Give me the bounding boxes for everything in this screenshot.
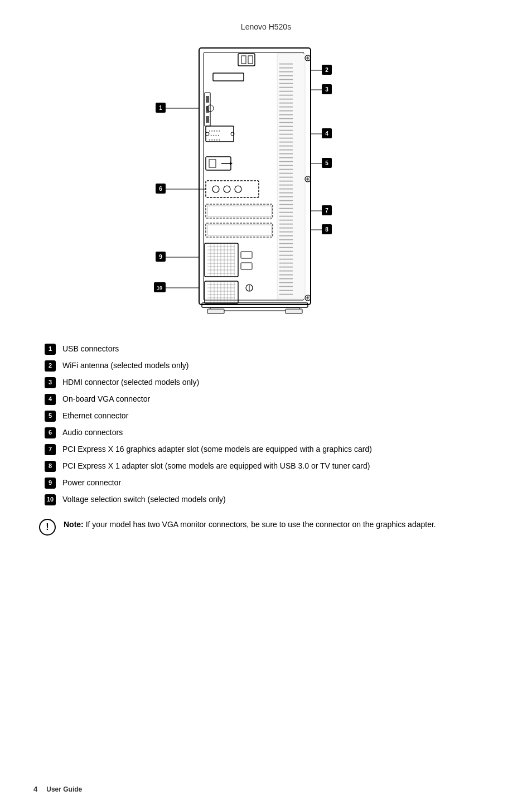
svg-text:1: 1 (159, 105, 162, 111)
svg-text:▪▪▪▪▪▪▪▪▪▪▪▪▪▪▪▪▪: ▪▪▪▪▪▪▪▪▪▪▪▪▪▪▪▪▪ (279, 156, 293, 159)
svg-text:▪▪▪▪▪▪▪▪▪▪▪▪▪▪▪▪▪: ▪▪▪▪▪▪▪▪▪▪▪▪▪▪▪▪▪ (279, 258, 293, 261)
svg-rect-79 (206, 96, 209, 103)
legend-text-7: PCI Express X 16 graphics adapter slot (… (62, 444, 372, 455)
svg-text:6: 6 (159, 186, 162, 192)
svg-text:▪▪▪▪▪▪▪▪▪▪▪▪▪▪▪▪▪: ▪▪▪▪▪▪▪▪▪▪▪▪▪▪▪▪▪ (279, 199, 293, 202)
legend-text-9: Power connector (62, 478, 121, 489)
legend-badge-4: 4 (45, 394, 56, 405)
svg-text:▪▪▪▪▪▪▪▪▪▪▪▪▪▪▪▪▪: ▪▪▪▪▪▪▪▪▪▪▪▪▪▪▪▪▪ (279, 246, 293, 249)
svg-text:▪▪▪▪▪▪▪▪▪▪▪▪▪▪▪▪▪: ▪▪▪▪▪▪▪▪▪▪▪▪▪▪▪▪▪ (279, 94, 293, 97)
svg-text:4: 4 (325, 131, 328, 137)
svg-rect-168 (286, 309, 302, 314)
svg-text:▪▪▪▪▪▪▪▪▪▪▪▪▪▪▪▪▪: ▪▪▪▪▪▪▪▪▪▪▪▪▪▪▪▪▪ (279, 180, 293, 182)
svg-text:● ● ● ● ●: ● ● ● ● ● (209, 129, 220, 132)
svg-rect-86 (213, 73, 244, 81)
svg-text:▪▪▪▪▪▪▪▪▪▪▪▪▪▪▪▪▪: ▪▪▪▪▪▪▪▪▪▪▪▪▪▪▪▪▪ (279, 187, 293, 190)
note-prefix: Note: (64, 520, 84, 529)
svg-text:▪▪▪▪▪▪▪▪▪▪▪▪▪▪▪▪▪: ▪▪▪▪▪▪▪▪▪▪▪▪▪▪▪▪▪ (279, 277, 293, 280)
svg-text:▪▪▪▪▪▪▪▪▪▪▪▪▪▪▪▪▪: ▪▪▪▪▪▪▪▪▪▪▪▪▪▪▪▪▪ (279, 293, 293, 296)
svg-text:2: 2 (325, 67, 328, 73)
legend-text-3: HDMI connector (selected models only) (62, 377, 199, 388)
legend-badge-10: 10 (45, 494, 56, 505)
svg-rect-106 (206, 181, 259, 197)
svg-text:▪▪▪▪▪▪▪▪▪▪▪▪▪▪▪▪▪: ▪▪▪▪▪▪▪▪▪▪▪▪▪▪▪▪▪ (279, 184, 293, 186)
svg-text:▪▪▪▪▪▪▪▪▪▪▪▪▪▪▪▪▪: ▪▪▪▪▪▪▪▪▪▪▪▪▪▪▪▪▪ (279, 148, 293, 151)
svg-point-107 (212, 186, 219, 192)
svg-text:▪▪▪▪▪▪▪▪▪▪▪▪▪▪▪▪▪: ▪▪▪▪▪▪▪▪▪▪▪▪▪▪▪▪▪ (279, 289, 293, 292)
svg-text:▪▪▪▪▪▪▪▪▪▪▪▪▪▪▪▪▪: ▪▪▪▪▪▪▪▪▪▪▪▪▪▪▪▪▪ (279, 121, 293, 124)
svg-text:▪▪▪▪▪▪▪▪▪▪▪▪▪▪▪▪▪: ▪▪▪▪▪▪▪▪▪▪▪▪▪▪▪▪▪ (279, 102, 293, 104)
svg-text:▪▪▪▪▪▪▪▪▪▪▪▪▪▪▪▪▪: ▪▪▪▪▪▪▪▪▪▪▪▪▪▪▪▪▪ (279, 82, 293, 85)
svg-text:▪▪▪▪▪▪▪▪▪▪▪▪▪▪▪▪▪: ▪▪▪▪▪▪▪▪▪▪▪▪▪▪▪▪▪ (279, 242, 293, 245)
svg-text:▪▪▪▪▪▪▪▪▪▪▪▪▪▪▪▪▪: ▪▪▪▪▪▪▪▪▪▪▪▪▪▪▪▪▪ (279, 273, 293, 276)
page: Lenovo H520s ▪▪▪▪▪▪▪▪▪▪▪▪▪▪▪▪▪ ▪▪▪▪▪▪▪▪▪… (0, 0, 532, 810)
legend-badge-1: 1 (45, 344, 56, 355)
svg-text:9: 9 (159, 254, 162, 260)
svg-text:▪▪▪▪▪▪▪▪▪▪▪▪▪▪▪▪▪: ▪▪▪▪▪▪▪▪▪▪▪▪▪▪▪▪▪ (279, 164, 293, 167)
svg-rect-100 (209, 160, 216, 167)
legend-item-2: 2WiFi antenna (selected models only) (45, 360, 499, 372)
svg-text:▪▪▪▪▪▪▪▪▪▪▪▪▪▪▪▪▪: ▪▪▪▪▪▪▪▪▪▪▪▪▪▪▪▪▪ (279, 129, 293, 132)
svg-text:▪▪▪▪▪▪▪▪▪▪▪▪▪▪▪▪▪: ▪▪▪▪▪▪▪▪▪▪▪▪▪▪▪▪▪ (279, 74, 293, 77)
svg-text:▪▪▪▪▪▪▪▪▪▪▪▪▪▪▪▪▪: ▪▪▪▪▪▪▪▪▪▪▪▪▪▪▪▪▪ (279, 207, 293, 210)
svg-rect-74 (248, 56, 253, 64)
svg-text:3: 3 (325, 86, 328, 93)
legend-badge-5: 5 (45, 411, 56, 422)
computer-diagram: ▪▪▪▪▪▪▪▪▪▪▪▪▪▪▪▪▪ ▪▪▪▪▪▪▪▪▪▪▪▪▪▪▪▪▪ ▪▪▪▪… (99, 37, 433, 327)
svg-text:7: 7 (325, 208, 328, 214)
svg-text:▪▪▪▪▪▪▪▪▪▪▪▪▪▪▪▪▪: ▪▪▪▪▪▪▪▪▪▪▪▪▪▪▪▪▪ (279, 98, 293, 100)
svg-text:▪▪▪▪▪▪▪▪▪▪▪▪▪▪▪▪▪: ▪▪▪▪▪▪▪▪▪▪▪▪▪▪▪▪▪ (279, 117, 293, 120)
legend-item-9: 9Power connector (45, 478, 499, 489)
svg-text:▪▪▪▪▪▪▪▪▪▪▪▪▪▪▪▪▪: ▪▪▪▪▪▪▪▪▪▪▪▪▪▪▪▪▪ (279, 66, 293, 69)
legend-text-2: WiFi antenna (selected models only) (62, 360, 188, 372)
svg-text:▪▪▪▪▪▪▪▪▪▪▪▪▪▪▪▪▪: ▪▪▪▪▪▪▪▪▪▪▪▪▪▪▪▪▪ (279, 203, 293, 206)
svg-text:▪▪▪▪▪▪▪▪▪▪▪▪▪▪▪▪▪: ▪▪▪▪▪▪▪▪▪▪▪▪▪▪▪▪▪ (279, 105, 293, 108)
svg-text:▪▪▪▪▪▪▪▪▪▪▪▪▪▪▪▪▪: ▪▪▪▪▪▪▪▪▪▪▪▪▪▪▪▪▪ (279, 133, 293, 136)
svg-text:▪▪▪▪▪▪▪▪▪▪▪▪▪▪▪▪▪: ▪▪▪▪▪▪▪▪▪▪▪▪▪▪▪▪▪ (279, 90, 293, 93)
svg-text:▪▪▪▪▪▪▪▪▪▪▪▪▪▪▪▪▪: ▪▪▪▪▪▪▪▪▪▪▪▪▪▪▪▪▪ (279, 262, 293, 264)
svg-point-109 (235, 186, 241, 192)
legend-badge-9: 9 (45, 478, 56, 489)
svg-text:● ● ● ● ●: ● ● ● ● ● (209, 138, 220, 141)
svg-text:▪▪▪▪▪▪▪▪▪▪▪▪▪▪▪▪▪: ▪▪▪▪▪▪▪▪▪▪▪▪▪▪▪▪▪ (279, 86, 293, 89)
svg-text:▪▪▪▪▪▪▪▪▪▪▪▪▪▪▪▪▪: ▪▪▪▪▪▪▪▪▪▪▪▪▪▪▪▪▪ (279, 223, 293, 225)
page-number: 4 (33, 785, 37, 793)
svg-rect-81 (206, 116, 209, 123)
svg-text:▪▪▪▪▪▪▪▪▪▪▪▪▪▪▪▪▪: ▪▪▪▪▪▪▪▪▪▪▪▪▪▪▪▪▪ (279, 78, 293, 81)
legend-item-8: 8PCI Express X 1 adapter slot (some mode… (45, 461, 499, 472)
legend-item-10: 10Voltage selection switch (selected mod… (45, 494, 499, 505)
svg-text:▪▪▪▪▪▪▪▪▪▪▪▪▪▪▪▪▪: ▪▪▪▪▪▪▪▪▪▪▪▪▪▪▪▪▪ (279, 281, 293, 284)
svg-text:▪▪▪▪▪▪▪▪▪▪▪▪▪▪▪▪▪: ▪▪▪▪▪▪▪▪▪▪▪▪▪▪▪▪▪ (279, 250, 293, 253)
diagram-area: ▪▪▪▪▪▪▪▪▪▪▪▪▪▪▪▪▪ ▪▪▪▪▪▪▪▪▪▪▪▪▪▪▪▪▪ ▪▪▪▪… (99, 37, 433, 327)
legend-list: 1USB connectors2WiFi antenna (selected m… (33, 344, 499, 505)
legend-text-1: USB connectors (62, 344, 119, 355)
svg-text:▪▪▪▪▪▪▪▪▪▪▪▪▪▪▪▪▪: ▪▪▪▪▪▪▪▪▪▪▪▪▪▪▪▪▪ (279, 215, 293, 218)
legend-text-5: Ethernet connector (62, 411, 128, 422)
svg-point-108 (224, 186, 230, 192)
svg-text:▪▪▪▪▪▪▪▪▪▪▪▪▪▪▪▪▪: ▪▪▪▪▪▪▪▪▪▪▪▪▪▪▪▪▪ (279, 160, 293, 163)
legend-item-6: 6Audio connectors (45, 427, 499, 438)
svg-point-94 (206, 132, 209, 136)
legend-item-5: 5Ethernet connector (45, 411, 499, 422)
svg-rect-119 (207, 225, 272, 235)
note-section: Note: If your model has two VGA monitor … (33, 519, 499, 536)
legend-item-7: 7PCI Express X 16 graphics adapter slot … (45, 444, 499, 455)
diagram-title: Lenovo H520s (33, 22, 499, 31)
svg-text:● ● ● ●: ● ● ● ● (210, 133, 219, 137)
svg-text:▪▪▪▪▪▪▪▪▪▪▪▪▪▪▪▪▪: ▪▪▪▪▪▪▪▪▪▪▪▪▪▪▪▪▪ (279, 113, 293, 116)
svg-text:▪▪▪▪▪▪▪▪▪▪▪▪▪▪▪▪▪: ▪▪▪▪▪▪▪▪▪▪▪▪▪▪▪▪▪ (279, 230, 293, 233)
svg-rect-114 (207, 206, 272, 216)
svg-text:▪▪▪▪▪▪▪▪▪▪▪▪▪▪▪▪▪: ▪▪▪▪▪▪▪▪▪▪▪▪▪▪▪▪▪ (279, 266, 293, 268)
svg-text:▪▪▪▪▪▪▪▪▪▪▪▪▪▪▪▪▪: ▪▪▪▪▪▪▪▪▪▪▪▪▪▪▪▪▪ (279, 152, 293, 155)
svg-rect-80 (206, 106, 209, 113)
legend-item-1: 1USB connectors (45, 344, 499, 355)
svg-rect-118 (206, 223, 273, 237)
svg-text:▪▪▪▪▪▪▪▪▪▪▪▪▪▪▪▪▪: ▪▪▪▪▪▪▪▪▪▪▪▪▪▪▪▪▪ (279, 172, 293, 175)
svg-text:▪▪▪▪▪▪▪▪▪▪▪▪▪▪▪▪▪: ▪▪▪▪▪▪▪▪▪▪▪▪▪▪▪▪▪ (279, 168, 293, 171)
svg-text:▪▪▪▪▪▪▪▪▪▪▪▪▪▪▪▪▪: ▪▪▪▪▪▪▪▪▪▪▪▪▪▪▪▪▪ (279, 125, 293, 128)
svg-text:5: 5 (325, 160, 328, 166)
svg-text:▪▪▪▪▪▪▪▪▪▪▪▪▪▪▪▪▪: ▪▪▪▪▪▪▪▪▪▪▪▪▪▪▪▪▪ (279, 144, 293, 147)
footer: 4 User Guide (33, 785, 82, 793)
svg-rect-113 (206, 204, 273, 218)
svg-rect-167 (207, 309, 224, 314)
